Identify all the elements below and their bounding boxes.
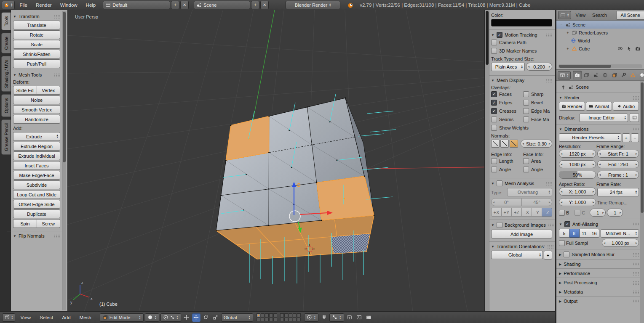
- face-marks-checkbox[interactable]: [523, 116, 529, 122]
- menu-help[interactable]: Help: [82, 3, 100, 8]
- editor-type-selector-3dview[interactable]: ▲▼: [2, 313, 15, 322]
- post-processing-panel-header[interactable]: ▶ Post Processing: [559, 280, 639, 285]
- metadata-panel-header[interactable]: ▶ Metadata: [559, 289, 639, 294]
- dimensions-panel-header[interactable]: ▼ Dimensions: [559, 127, 639, 132]
- motion-tracking-panel-header[interactable]: ▼ ✓ Motion Tracking: [491, 32, 552, 38]
- aspect-y-field[interactable]: ◂Y: 1.000▸: [559, 198, 596, 206]
- menu-add[interactable]: Add: [58, 315, 74, 320]
- axis-minus-x-button[interactable]: -X: [522, 208, 532, 217]
- layer-cell[interactable]: [269, 313, 273, 317]
- anti-aliasing-checkbox[interactable]: ✓: [564, 221, 570, 227]
- sampled-motion-blur-checkbox[interactable]: [564, 252, 569, 257]
- screen-layout-delete-button[interactable]: ✕: [180, 1, 189, 9]
- pivot-point-dropdown[interactable]: ▲▼: [160, 313, 181, 322]
- layer-cell[interactable]: [257, 318, 260, 321]
- preset-remove-button[interactable]: −: [631, 133, 639, 142]
- viewport-canvas[interactable]: z x y: [67, 10, 484, 311]
- motion-tracking-checkbox[interactable]: ✓: [497, 32, 502, 38]
- color-swatch[interactable]: [491, 19, 552, 26]
- menu-mesh[interactable]: Mesh: [76, 315, 95, 320]
- aa-filter-dropdown[interactable]: Mitchell-N... ▲▼: [601, 229, 639, 238]
- remap-old-field[interactable]: 1▸: [590, 209, 606, 217]
- outliner-display-filter[interactable]: All Scene: [617, 11, 644, 20]
- spin-button[interactable]: Spin: [13, 219, 37, 228]
- sharp-checkbox[interactable]: [523, 91, 529, 97]
- manipulator-toggle[interactable]: [182, 313, 191, 322]
- layer-cell[interactable]: [265, 318, 269, 321]
- scale-button[interactable]: Scale: [13, 40, 60, 49]
- smooth-vertex-button[interactable]: Smooth Vertex: [13, 105, 60, 114]
- layer-cell[interactable]: [284, 313, 288, 317]
- background-images-panel-header[interactable]: ▼ Background Images: [491, 222, 552, 228]
- menu-view[interactable]: View: [16, 315, 35, 320]
- push-pull-button[interactable]: Push/Pull: [13, 59, 60, 68]
- expander-icon[interactable]: +: [566, 47, 570, 51]
- edge-angle-checkbox[interactable]: [491, 167, 497, 172]
- camera-path-checkbox[interactable]: [491, 40, 497, 45]
- edge-length-checkbox[interactable]: [491, 158, 497, 164]
- expander-icon[interactable]: −: [559, 23, 564, 27]
- aa-filter-size-field[interactable]: ◂1.000 px▸: [602, 239, 639, 247]
- menu-select[interactable]: Select: [36, 315, 57, 320]
- snap-element-dropdown[interactable]: ▲▼: [329, 313, 344, 322]
- noise-button[interactable]: Noise: [13, 95, 60, 104]
- selected-face-top-left[interactable]: [226, 116, 269, 160]
- menu-render[interactable]: Render: [32, 3, 56, 8]
- outliner-row-renderlayers[interactable]: + RenderLayers: [556, 29, 644, 37]
- orientation-select-dropdown[interactable]: Global ▲▼: [491, 251, 543, 259]
- loop-cut-slide-button[interactable]: Loop Cut and Slide: [13, 190, 60, 199]
- end-frame-field[interactable]: ◂End : 250▸: [597, 160, 639, 168]
- render-still-button[interactable]: Render: [559, 102, 585, 111]
- n-panel-scrollbar[interactable]: [485, 10, 489, 311]
- layer-cell[interactable]: [293, 318, 297, 321]
- output-panel-header[interactable]: ▶ Output: [559, 299, 639, 304]
- scene-delete-button[interactable]: ✕: [260, 1, 269, 9]
- opengl-render-animation-button[interactable]: [365, 313, 373, 322]
- restrict-view-eye-icon[interactable]: [617, 46, 623, 51]
- offset-edge-slide-button[interactable]: Offset Edge Slide: [13, 200, 60, 209]
- vertex-slide-button[interactable]: Vertex: [37, 86, 61, 95]
- slide-edge-button[interactable]: Slide Ed: [13, 86, 37, 95]
- editor-type-selector-info[interactable]: ▲▼: [2, 1, 15, 9]
- axis-plus-y-button[interactable]: +Y: [502, 208, 512, 217]
- restrict-select-cursor-icon[interactable]: [626, 46, 632, 51]
- editor-type-selector-outliner[interactable]: ▲▼: [558, 11, 571, 19]
- tab-tools[interactable]: Tools: [1, 12, 11, 30]
- add-orientation-button[interactable]: +: [544, 251, 552, 259]
- render-audio-button[interactable]: Audio: [613, 102, 639, 111]
- sampled-motion-blur-panel-header[interactable]: ▶ Sampled Motion Blur: [559, 252, 639, 257]
- marker-names-checkbox[interactable]: [491, 48, 497, 54]
- editor-type-selector-properties[interactable]: ▲▼: [558, 71, 571, 79]
- render-engine-selector[interactable]: Blender Render ▲▼: [286, 1, 340, 9]
- aa-samples-8-button[interactable]: 8: [569, 229, 580, 238]
- tab-material[interactable]: [638, 71, 644, 79]
- manipulator-translate-toggle[interactable]: [192, 313, 200, 322]
- aspect-x-field[interactable]: ◂X: 1.000▸: [559, 188, 596, 196]
- aa-samples-16-button[interactable]: 16: [589, 229, 599, 238]
- tab-render[interactable]: [573, 71, 582, 79]
- render-panel-header[interactable]: ▼ Render: [559, 95, 639, 100]
- menu-window[interactable]: Window: [56, 3, 81, 8]
- proportional-edit-dropdown[interactable]: ▲▼: [304, 313, 318, 322]
- render-animation-button[interactable]: Animat: [586, 102, 612, 111]
- inset-faces-button[interactable]: Inset Faces: [13, 161, 60, 170]
- seams-checkbox[interactable]: [491, 116, 497, 122]
- show-weights-checkbox[interactable]: [491, 125, 497, 131]
- tab-world[interactable]: [601, 71, 609, 79]
- layer-cell[interactable]: [289, 318, 292, 321]
- manipulator-rotate-toggle[interactable]: [202, 313, 210, 322]
- outliner-row-cube[interactable]: + Cube: [556, 45, 644, 53]
- edge-marks-checkbox[interactable]: [523, 108, 529, 114]
- preset-add-button[interactable]: +: [622, 133, 630, 142]
- scene-selector[interactable]: Scene: [194, 1, 250, 9]
- expander-icon[interactable]: +: [566, 31, 570, 35]
- full-sample-checkbox[interactable]: [559, 240, 565, 246]
- layer-cell[interactable]: [293, 313, 297, 317]
- resolution-y-field[interactable]: ◂1080 px▸: [559, 160, 596, 168]
- rotate-button[interactable]: Rotate: [13, 30, 60, 39]
- subdivide-button[interactable]: Subdivide: [13, 180, 60, 189]
- mesh-analysis-panel-header[interactable]: ▼ Mesh Analysis: [491, 180, 552, 186]
- mesh-tools-panel-header[interactable]: ▼ Mesh Tools: [13, 72, 60, 77]
- aa-samples-5-button[interactable]: 5: [559, 229, 569, 238]
- render-presets-dropdown[interactable]: Render Presets ▲▼: [559, 133, 621, 142]
